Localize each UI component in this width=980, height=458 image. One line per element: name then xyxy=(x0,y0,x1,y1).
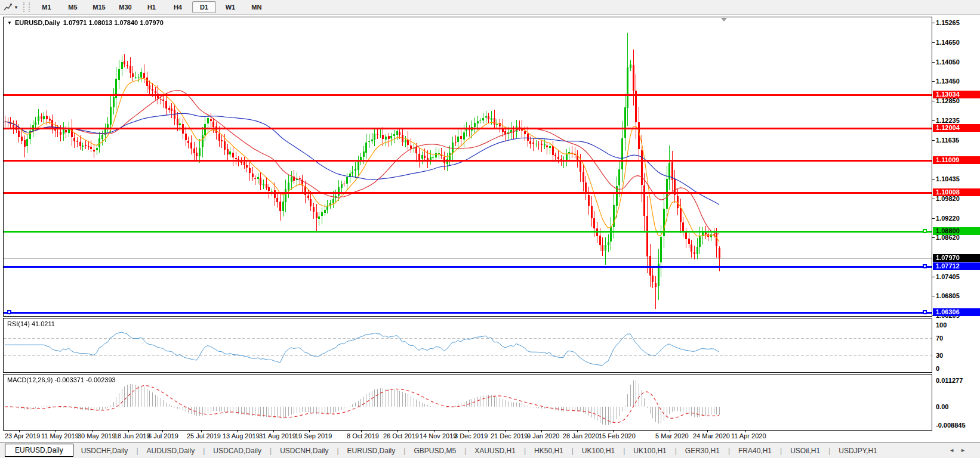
toolbar-dropdown-arrow[interactable]: ▼ xyxy=(14,5,19,10)
level-handle-right[interactable] xyxy=(923,310,927,314)
rsi-axis-tick: 0 xyxy=(936,365,939,372)
price-chart-canvas[interactable] xyxy=(4,17,932,316)
tab-fra40-h1[interactable]: FRA40,H1 xyxy=(731,445,779,457)
date-tickmark xyxy=(128,431,129,432)
date-axis[interactable]: 23 Apr 201911 May 201930 May 201918 Jun … xyxy=(3,431,932,441)
toolbar-grip[interactable] xyxy=(23,2,30,12)
date-tickmark xyxy=(361,431,362,432)
chart-shift-marker[interactable] xyxy=(721,18,727,21)
tab-gbpusd-m5[interactable]: GBPUSD,M5 xyxy=(406,445,464,457)
date-label: 26 Oct 2019 xyxy=(383,432,419,440)
level-badge-1.11009: 1.11009 xyxy=(933,156,980,164)
date-label: 25 Jul 2019 xyxy=(187,432,221,440)
price-axis-tickmark xyxy=(932,179,935,180)
timeframe-mn-button[interactable]: MN xyxy=(245,1,269,13)
price-axis-tickmark xyxy=(932,101,935,101)
tab-uk100-h1[interactable]: UK100,H1 xyxy=(625,445,674,457)
price-axis-tick: 1.10435 xyxy=(936,175,960,182)
chart-tab-bar: EURUSD,DailyUSDCHF,Daily|AUDUSD,Daily|US… xyxy=(0,442,980,458)
tab-uk100-h1[interactable]: UK100,H1 xyxy=(574,445,622,457)
timeframe-h4-button[interactable]: H4 xyxy=(166,1,190,13)
tab-audusd-daily[interactable]: AUDUSD,Daily xyxy=(139,445,203,457)
level-handle-right[interactable] xyxy=(923,229,927,233)
date-label: 14 Nov 2019 xyxy=(420,432,457,440)
date-tickmark xyxy=(273,431,274,432)
date-tickmark xyxy=(469,431,469,432)
chart-ohlc-values: 1.07971 1.08013 1.07840 1.07970 xyxy=(63,19,164,26)
date-label: 6 Jul 2019 xyxy=(148,432,178,440)
timeframe-h1-button[interactable]: H1 xyxy=(140,1,164,13)
level-handle-left[interactable] xyxy=(7,310,11,314)
tab-scroll-right-icon[interactable]: ► xyxy=(960,447,972,453)
tab-usdcnh-daily[interactable]: USDCNH,Daily xyxy=(272,445,336,457)
tab-scroll-arrows[interactable]: ◄► xyxy=(949,447,972,453)
date-label: 8 Oct 2019 xyxy=(347,432,379,440)
timeframe-m15-button[interactable]: M15 xyxy=(87,1,111,13)
tab-eurusd-daily[interactable]: EURUSD,Daily xyxy=(340,445,403,457)
price-axis-tickmark xyxy=(932,120,935,121)
level-handle-right[interactable] xyxy=(923,264,927,268)
price-axis-tickmark xyxy=(932,23,935,23)
date-tickmark xyxy=(707,431,708,432)
chart-dropdown-triangle-icon[interactable]: ▼ xyxy=(7,20,12,26)
price-axis-tick: 1.14650 xyxy=(936,39,960,46)
date-tickmark xyxy=(201,431,202,432)
price-axis-tickmark xyxy=(932,218,935,219)
date-label: 19 Sep 2019 xyxy=(295,432,332,440)
price-axis-tickmark xyxy=(932,199,935,199)
level-badge-1.06306: 1.06306 xyxy=(933,308,980,316)
tab-xauusd-h1[interactable]: XAUUSD,H1 xyxy=(467,445,523,457)
timeframe-d1-button[interactable]: D1 xyxy=(192,1,216,13)
timeframe-m1-button[interactable]: M1 xyxy=(35,1,58,13)
price-axis-tickmark xyxy=(932,237,935,238)
main-chart-panel: ▼ EURUSD,Daily 1.07971 1.08013 1.07840 1… xyxy=(3,17,932,317)
rsi-indicator-panel: RSI(14) 41.0211 xyxy=(3,318,932,373)
tab-usoil-h1[interactable]: USOil,H1 xyxy=(782,445,828,457)
timeframe-m5-button[interactable]: M5 xyxy=(61,1,85,13)
macd-axis-tick: 0.00 xyxy=(936,403,948,410)
current-price-badge: 1.07970 xyxy=(933,254,980,262)
level-badge-1.08800: 1.08800 xyxy=(933,227,980,235)
price-axis-tick: 1.12235 xyxy=(936,117,960,124)
date-label: 24 Mar 2020 xyxy=(693,432,730,440)
timeframe-m30-button[interactable]: M30 xyxy=(113,1,137,13)
level-badge-1.10008: 1.10008 xyxy=(933,188,980,196)
tab-usdchf-daily[interactable]: USDCHF,Daily xyxy=(73,445,136,457)
price-axis-tick: 1.06805 xyxy=(936,292,960,299)
level-badge-1.12004: 1.12004 xyxy=(933,124,980,132)
macd-chart-canvas[interactable] xyxy=(4,375,932,430)
chart-cursor-icon[interactable] xyxy=(2,2,14,13)
date-tickmark xyxy=(670,431,670,432)
date-tickmark xyxy=(237,431,238,432)
date-tickmark xyxy=(541,431,542,432)
level-badge-1.13034: 1.13034 xyxy=(933,91,980,98)
timeframe-w1-button[interactable]: W1 xyxy=(218,1,242,13)
date-label: 3 Dec 2019 xyxy=(454,432,488,440)
price-axis-tick: 1.09220 xyxy=(936,215,960,222)
date-label: 11 May 2019 xyxy=(41,432,79,440)
date-tickmark xyxy=(505,431,506,432)
macd-axis-tick: 0.011277 xyxy=(936,377,963,384)
tab-eurusd-daily[interactable]: EURUSD,Daily xyxy=(5,444,73,457)
macd-axis-tick: -0.008845 xyxy=(936,422,966,429)
date-label: 31 Aug 2019 xyxy=(259,432,296,440)
rsi-axis-tick: 70 xyxy=(936,335,943,342)
rsi-chart-canvas[interactable] xyxy=(4,318,932,372)
tab-usdcad-daily[interactable]: USDCAD,Daily xyxy=(205,445,269,457)
tab-usdjpy-h1[interactable]: USDJPY,H1 xyxy=(831,445,885,457)
price-axis[interactable]: 1.152651.146501.140501.134501.128501.122… xyxy=(932,0,980,458)
date-label: 28 Jan 2020 xyxy=(563,432,599,440)
price-axis-tickmark xyxy=(932,81,935,82)
price-axis-tick: 1.07405 xyxy=(936,273,960,280)
tab-scroll-left-icon[interactable]: ◄ xyxy=(949,447,960,453)
date-tickmark xyxy=(56,431,56,432)
price-axis-tickmark xyxy=(932,277,935,277)
date-tickmark xyxy=(745,431,746,432)
tab-ger30-h1[interactable]: GER30,H1 xyxy=(677,445,728,457)
date-label: 13 Aug 2019 xyxy=(223,432,260,440)
top-toolbar: ▼ M1M5M15M30H1H4D1W1MN xyxy=(0,0,980,15)
tab-hk50-h1[interactable]: HK50,H1 xyxy=(526,445,571,457)
date-label: 30 May 2019 xyxy=(78,432,116,440)
date-tickmark xyxy=(577,431,578,432)
date-tickmark xyxy=(397,431,398,432)
